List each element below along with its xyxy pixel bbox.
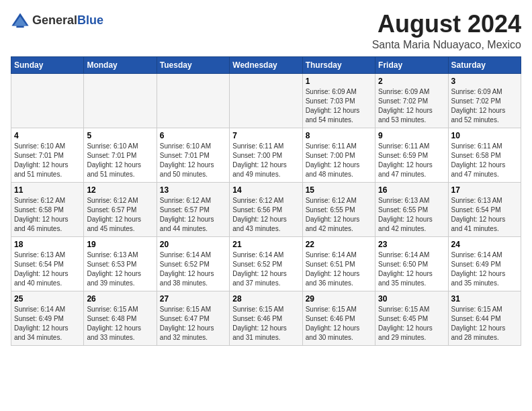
day-cell: 7Sunrise: 6:11 AM Sunset: 7:00 PM Daylig…	[230, 128, 302, 182]
day-number: 11	[14, 185, 81, 195]
day-info: Sunrise: 6:13 AM Sunset: 6:54 PM Dayligh…	[451, 196, 518, 234]
day-cell: 5Sunrise: 6:10 AM Sunset: 7:01 PM Daylig…	[84, 128, 157, 182]
day-number: 6	[160, 131, 226, 140]
day-cell: 11Sunrise: 6:12 AM Sunset: 6:58 PM Dayli…	[11, 182, 84, 236]
logo-blue: Blue	[77, 14, 103, 26]
day-header-wednesday: Wednesday	[230, 56, 302, 73]
day-header-tuesday: Tuesday	[157, 56, 229, 73]
day-cell: 15Sunrise: 6:12 AM Sunset: 6:55 PM Dayli…	[302, 182, 375, 236]
day-info: Sunrise: 6:12 AM Sunset: 6:57 PM Dayligh…	[160, 196, 226, 234]
day-info: Sunrise: 6:14 AM Sunset: 6:49 PM Dayligh…	[451, 250, 518, 288]
day-number: 15	[306, 185, 372, 195]
day-info: Sunrise: 6:14 AM Sunset: 6:52 PM Dayligh…	[232, 250, 299, 288]
week-row-2: 4Sunrise: 6:10 AM Sunset: 7:01 PM Daylig…	[11, 128, 521, 182]
day-number: 25	[14, 294, 81, 304]
day-cell	[230, 73, 302, 128]
week-row-4: 18Sunrise: 6:13 AM Sunset: 6:54 PM Dayli…	[11, 236, 521, 291]
day-header-friday: Friday	[375, 56, 448, 73]
day-info: Sunrise: 6:12 AM Sunset: 6:57 PM Dayligh…	[87, 196, 153, 234]
day-cell: 2Sunrise: 6:09 AM Sunset: 7:02 PM Daylig…	[375, 73, 448, 128]
day-cell: 19Sunrise: 6:13 AM Sunset: 6:53 PM Dayli…	[84, 236, 157, 291]
day-info: Sunrise: 6:09 AM Sunset: 7:03 PM Dayligh…	[306, 87, 372, 125]
day-header-monday: Monday	[84, 56, 157, 73]
day-header-sunday: Sunday	[11, 56, 84, 73]
main-title: August 2024	[372, 11, 521, 38]
calendar-table: SundayMondayTuesdayWednesdayThursdayFrid…	[11, 56, 521, 346]
day-number: 12	[87, 185, 153, 195]
day-number: 3	[451, 77, 518, 86]
day-number: 31	[451, 294, 518, 304]
day-info: Sunrise: 6:14 AM Sunset: 6:52 PM Dayligh…	[160, 250, 226, 288]
week-row-1: 1Sunrise: 6:09 AM Sunset: 7:03 PM Daylig…	[11, 73, 521, 128]
day-cell: 18Sunrise: 6:13 AM Sunset: 6:54 PM Dayli…	[11, 236, 84, 291]
day-header-thursday: Thursday	[302, 56, 375, 73]
day-cell: 31Sunrise: 6:15 AM Sunset: 6:44 PM Dayli…	[448, 291, 521, 345]
day-cell: 16Sunrise: 6:13 AM Sunset: 6:55 PM Dayli…	[375, 182, 448, 236]
day-header-saturday: Saturday	[448, 56, 521, 73]
day-info: Sunrise: 6:11 AM Sunset: 6:58 PM Dayligh…	[451, 142, 518, 179]
day-cell: 22Sunrise: 6:14 AM Sunset: 6:51 PM Dayli…	[302, 236, 375, 291]
day-number: 29	[306, 294, 372, 304]
day-info: Sunrise: 6:13 AM Sunset: 6:53 PM Dayligh…	[87, 250, 153, 288]
day-number: 19	[87, 240, 153, 249]
day-info: Sunrise: 6:13 AM Sunset: 6:54 PM Dayligh…	[14, 250, 81, 288]
sub-title: Santa Maria Nduayaco, Mexico	[372, 39, 521, 51]
day-cell: 14Sunrise: 6:12 AM Sunset: 6:56 PM Dayli…	[230, 182, 302, 236]
day-info: Sunrise: 6:14 AM Sunset: 6:49 PM Dayligh…	[14, 305, 81, 342]
day-number: 28	[232, 294, 299, 304]
day-info: Sunrise: 6:15 AM Sunset: 6:44 PM Dayligh…	[451, 305, 518, 342]
day-info: Sunrise: 6:10 AM Sunset: 7:01 PM Dayligh…	[14, 142, 81, 179]
day-number: 14	[232, 185, 299, 195]
day-cell: 10Sunrise: 6:11 AM Sunset: 6:58 PM Dayli…	[448, 128, 521, 182]
day-number: 30	[378, 294, 445, 304]
header: General Blue August 2024 Santa Maria Ndu…	[11, 11, 521, 51]
day-cell	[157, 73, 229, 128]
day-info: Sunrise: 6:11 AM Sunset: 6:59 PM Dayligh…	[378, 142, 445, 179]
day-cell: 21Sunrise: 6:14 AM Sunset: 6:52 PM Dayli…	[230, 236, 302, 291]
day-info: Sunrise: 6:12 AM Sunset: 6:55 PM Dayligh…	[306, 196, 372, 234]
day-cell: 20Sunrise: 6:14 AM Sunset: 6:52 PM Dayli…	[157, 236, 229, 291]
day-info: Sunrise: 6:12 AM Sunset: 6:56 PM Dayligh…	[232, 196, 299, 234]
day-cell: 27Sunrise: 6:15 AM Sunset: 6:47 PM Dayli…	[157, 291, 229, 345]
day-info: Sunrise: 6:12 AM Sunset: 6:58 PM Dayligh…	[14, 196, 81, 234]
day-number: 5	[87, 131, 153, 140]
day-number: 1	[306, 77, 372, 86]
day-info: Sunrise: 6:09 AM Sunset: 7:02 PM Dayligh…	[378, 87, 445, 125]
day-number: 22	[306, 240, 372, 249]
day-number: 9	[378, 131, 445, 140]
day-info: Sunrise: 6:15 AM Sunset: 6:47 PM Dayligh…	[160, 305, 226, 342]
day-cell: 6Sunrise: 6:10 AM Sunset: 7:01 PM Daylig…	[157, 128, 229, 182]
day-cell: 24Sunrise: 6:14 AM Sunset: 6:49 PM Dayli…	[448, 236, 521, 291]
day-number: 13	[160, 185, 226, 195]
day-cell: 23Sunrise: 6:14 AM Sunset: 6:50 PM Dayli…	[375, 236, 448, 291]
day-cell: 3Sunrise: 6:09 AM Sunset: 7:02 PM Daylig…	[448, 73, 521, 128]
day-info: Sunrise: 6:11 AM Sunset: 7:00 PM Dayligh…	[306, 142, 372, 179]
day-cell: 13Sunrise: 6:12 AM Sunset: 6:57 PM Dayli…	[157, 182, 229, 236]
logo: General Blue	[11, 11, 103, 30]
day-info: Sunrise: 6:10 AM Sunset: 7:01 PM Dayligh…	[87, 142, 153, 179]
day-info: Sunrise: 6:14 AM Sunset: 6:51 PM Dayligh…	[306, 250, 372, 288]
day-number: 2	[378, 77, 445, 86]
week-row-5: 25Sunrise: 6:14 AM Sunset: 6:49 PM Dayli…	[11, 291, 521, 345]
day-info: Sunrise: 6:10 AM Sunset: 7:01 PM Dayligh…	[160, 142, 226, 179]
day-cell: 9Sunrise: 6:11 AM Sunset: 6:59 PM Daylig…	[375, 128, 448, 182]
day-number: 27	[160, 294, 226, 304]
day-cell	[84, 73, 157, 128]
title-area: August 2024 Santa Maria Nduayaco, Mexico	[372, 11, 521, 51]
day-number: 23	[378, 240, 445, 249]
day-number: 17	[451, 185, 518, 195]
day-number: 10	[451, 131, 518, 140]
day-cell: 29Sunrise: 6:15 AM Sunset: 6:46 PM Dayli…	[302, 291, 375, 345]
logo-general: General	[32, 14, 77, 26]
day-cell	[11, 73, 84, 128]
day-cell: 26Sunrise: 6:15 AM Sunset: 6:48 PM Dayli…	[84, 291, 157, 345]
day-number: 21	[232, 240, 299, 249]
day-cell: 28Sunrise: 6:15 AM Sunset: 6:46 PM Dayli…	[230, 291, 302, 345]
days-header-row: SundayMondayTuesdayWednesdayThursdayFrid…	[11, 56, 521, 73]
day-number: 16	[378, 185, 445, 195]
logo-text: General Blue	[32, 14, 103, 26]
day-info: Sunrise: 6:15 AM Sunset: 6:46 PM Dayligh…	[306, 305, 372, 342]
day-info: Sunrise: 6:09 AM Sunset: 7:02 PM Dayligh…	[451, 87, 518, 125]
day-number: 26	[87, 294, 153, 304]
day-info: Sunrise: 6:15 AM Sunset: 6:46 PM Dayligh…	[232, 305, 299, 342]
